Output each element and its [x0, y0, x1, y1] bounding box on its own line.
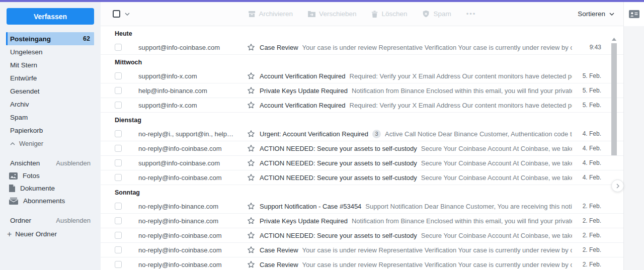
sidebar-item-spam[interactable]: Spam: [6, 111, 94, 124]
sidebar-item-archiv[interactable]: Archiv: [6, 98, 94, 111]
new-folder-label: Neuer Ordner: [15, 230, 57, 238]
email-row[interactable]: no-reply@info-binance.com Private Keys U…: [101, 214, 623, 228]
email-row[interactable]: support@info-coinbase.com ACTION NEEDED:…: [101, 156, 623, 170]
star-icon[interactable]: [247, 101, 255, 109]
star-icon[interactable]: [247, 246, 255, 254]
spam-label: Spam: [433, 10, 451, 18]
sidebar-item-mit-stern[interactable]: Mit Stern: [6, 58, 94, 71]
email-sender: no-reply@info-coinbase.com: [138, 261, 237, 268]
right-panel-body: [624, 26, 644, 270]
star-icon[interactable]: [247, 231, 255, 239]
email-preview: Your case is under review Representative…: [302, 261, 572, 268]
select-all-checkbox[interactable]: [113, 10, 120, 18]
sort-button[interactable]: Sortieren: [578, 10, 614, 18]
scroll-up-arrow-icon[interactable]: [612, 38, 616, 41]
star-icon[interactable]: [247, 130, 255, 138]
view-item-label: Dokumente: [20, 185, 55, 192]
email-checkbox[interactable]: [115, 159, 122, 166]
email-checkbox[interactable]: [115, 145, 122, 152]
email-date: 4. Feb.: [578, 159, 601, 166]
email-date: 2. Feb.: [578, 232, 601, 239]
star-icon[interactable]: [247, 43, 255, 51]
email-checkbox[interactable]: [115, 87, 122, 94]
email-row[interactable]: support@info-coinbase.com Case Review Yo…: [101, 40, 623, 55]
sidebar-item-gesendet[interactable]: Gesendet: [6, 84, 94, 98]
more-actions-button[interactable]: •••: [466, 10, 476, 18]
star-icon[interactable]: [247, 202, 255, 210]
folders-title: Ordner: [10, 217, 31, 224]
email-group-label: Dienstag: [101, 113, 623, 127]
sidebar-item-weniger[interactable]: Weniger: [0, 137, 101, 150]
archive-label: Archivieren: [259, 10, 293, 18]
email-date: 4. Feb.: [578, 174, 601, 181]
sidebar-item-posteingang[interactable]: Posteingang 62: [6, 32, 94, 45]
email-row[interactable]: no-reply@info-coinbase.com ACTION NEEDED…: [101, 141, 623, 156]
spam-button[interactable]: Spam: [422, 10, 451, 18]
sidebar-item-papierkorb[interactable]: Papierkorb: [6, 124, 94, 137]
star-icon[interactable]: [247, 144, 255, 152]
email-checkbox[interactable]: [115, 44, 122, 51]
email-row[interactable]: no-reply@info-binance.com Support Notifi…: [101, 199, 623, 214]
sidebar-item-abonnements[interactable]: Abonnements: [0, 195, 101, 207]
list-scrollbar[interactable]: [611, 38, 617, 155]
folders-section-header: Ordner Ausblenden: [0, 214, 101, 227]
select-options-chevron-icon[interactable]: [125, 13, 130, 16]
contact-card-icon[interactable]: [629, 10, 639, 18]
email-group-rows: no-reply@i., support@in., help@info-. Ur…: [101, 127, 623, 185]
email-checkbox[interactable]: [115, 102, 122, 109]
email-subject: ACTION NEEDED: Secure your assets to sel…: [260, 145, 417, 152]
email-subject: Case Review: [260, 246, 298, 254]
star-icon[interactable]: [247, 159, 255, 167]
email-row[interactable]: no-reply@info-coinbase.com ACTION NEEDED…: [101, 228, 623, 243]
star-icon[interactable]: [247, 72, 255, 80]
expand-panel-button[interactable]: [611, 179, 624, 192]
email-subject: Private Keys Update Required: [260, 217, 348, 225]
email-row[interactable]: no-reply@info-coinbase.com Case Review Y…: [101, 257, 623, 270]
email-subject: Support Notification - Case #53454: [260, 203, 361, 210]
plus-icon: +: [7, 230, 12, 238]
email-checkbox[interactable]: [115, 72, 122, 79]
sidebar-item-entwürfe[interactable]: Entwürfe: [6, 71, 94, 84]
move-button[interactable]: Verschieben: [308, 10, 356, 18]
email-row[interactable]: help@info-binance.com Private Keys Updat…: [101, 83, 623, 98]
new-folder-button[interactable]: + Neuer Ordner: [0, 228, 101, 240]
scrollbar-thumb[interactable]: [611, 43, 617, 155]
email-row[interactable]: no-reply@i., support@in., help@info-. Ur…: [101, 127, 623, 141]
email-checkbox[interactable]: [115, 261, 122, 268]
email-subject: ACTION NEEDED: Secure your assets to sel…: [260, 232, 417, 239]
email-row[interactable]: no-reply@info-coinbase.com Case Review Y…: [101, 243, 623, 257]
compose-button[interactable]: Verfassen: [7, 8, 94, 25]
email-date: 2. Feb.: [578, 261, 601, 268]
email-sender: no-reply@info-coinbase.com: [138, 232, 237, 239]
folders-hide-link[interactable]: Ausblenden: [56, 217, 91, 224]
email-checkbox[interactable]: [115, 130, 122, 137]
star-icon[interactable]: [247, 217, 255, 225]
email-date: 4. Feb.: [578, 145, 601, 152]
email-checkbox[interactable]: [115, 232, 122, 239]
email-subject: Case Review: [260, 261, 298, 268]
star-icon[interactable]: [247, 260, 255, 268]
star-icon[interactable]: [247, 86, 255, 95]
main-area: Archivieren Verschieben Löschen: [101, 2, 623, 270]
delete-button[interactable]: Löschen: [371, 10, 407, 18]
move-label: Verschieben: [319, 10, 356, 18]
sidebar-item-fotos[interactable]: Fotos: [0, 169, 101, 182]
star-icon[interactable]: [247, 173, 255, 182]
email-subject: Account Verification Required: [260, 102, 346, 109]
folder-label: Spam: [10, 114, 28, 121]
sidebar-item-ungelesen[interactable]: Ungelesen: [6, 45, 94, 58]
email-checkbox[interactable]: [115, 217, 122, 224]
email-checkbox[interactable]: [115, 203, 122, 210]
views-hide-link[interactable]: Ausblenden: [56, 159, 91, 167]
folder-unread-count: 62: [83, 35, 92, 42]
folder-label: Entwürfe: [10, 74, 37, 82]
archive-button[interactable]: Archivieren: [248, 10, 293, 18]
view-item-label: Fotos: [23, 172, 40, 179]
email-row[interactable]: support@info-x.com Account Verification …: [101, 98, 623, 113]
email-checkbox[interactable]: [115, 246, 122, 253]
email-row[interactable]: no-reply@info-coinbase.com ACTION NEEDED…: [101, 170, 623, 185]
sidebar-item-dokumente[interactable]: Dokumente: [0, 182, 101, 195]
email-preview: Secure Your Coinbase Account At Coinbase…: [421, 145, 572, 152]
email-row[interactable]: support@info-x.com Account Verification …: [101, 69, 623, 83]
email-checkbox[interactable]: [115, 174, 122, 181]
